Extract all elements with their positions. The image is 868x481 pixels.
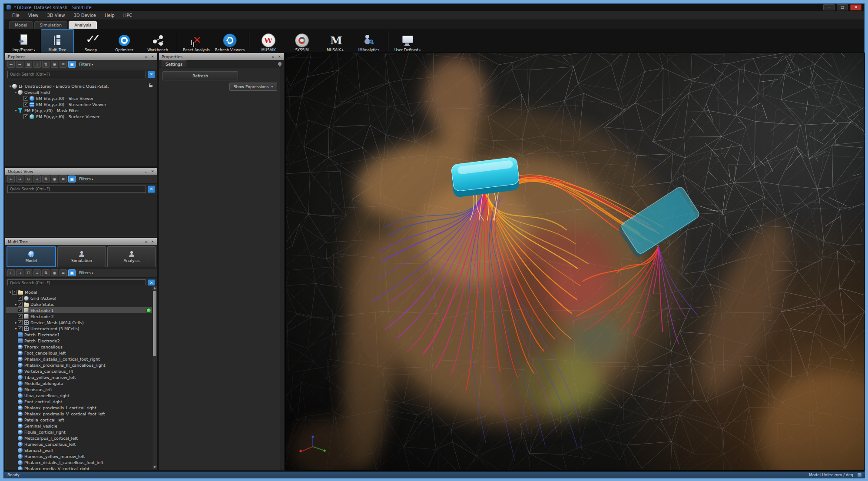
- tree-item-em-e-x-y-z-f0-streamline-viewer[interactable]: ✓EM E(x,y,z,f0) - Streamline Viewer: [6, 101, 157, 107]
- tree-item-foot-cortical-right[interactable]: Foot_cortical_right: [6, 398, 157, 405]
- tree-item-tibia-yellow-marrow-left[interactable]: Tibia_yellow_marrow_left: [6, 374, 157, 380]
- sync-icon[interactable]: ⇅: [42, 176, 50, 182]
- tree-item-model[interactable]: ▾✓Model: [6, 289, 157, 295]
- forward-icon[interactable]: →: [16, 269, 23, 276]
- sync-icon[interactable]: ⇅: [42, 269, 50, 276]
- multi-tree-tab-analysis[interactable]: Analysis: [107, 246, 156, 267]
- checkbox[interactable]: ✓: [18, 326, 23, 331]
- ribbon-multi-tree-button[interactable]: Multi Tree: [41, 29, 74, 53]
- tree-item-phalanx-proximalis-iii-cancellous-right[interactable]: Phalanx_proximalis_III_cancellous_right: [6, 362, 157, 368]
- tree-item-seminal-vesicle[interactable]: Seminal_vesicle: [6, 423, 157, 429]
- collapse-all-icon[interactable]: ⊟: [25, 176, 32, 182]
- tree-item-patella-cortical-left[interactable]: Patella_cortical_left: [6, 417, 157, 423]
- menu-help[interactable]: Help: [101, 12, 119, 19]
- visibility-icon[interactable]: ◉: [51, 269, 58, 276]
- refresh-button[interactable]: Refresh: [162, 71, 238, 80]
- multi-tree-tab-simulation[interactable]: Simulation: [57, 246, 106, 267]
- tree-item-medulla-oblongata[interactable]: Medulla_oblongata: [6, 380, 157, 386]
- tree-item-phalanx-distalis-i-cortical-foot-right[interactable]: Phalanx_distalis_I_cortical_foot_right: [6, 356, 157, 362]
- ribbon-reset-analysis-button[interactable]: Reset Analysis: [180, 29, 213, 53]
- ribbon-musaik-button[interactable]: MUSAIK+: [319, 29, 352, 53]
- explorer-search-clear-icon[interactable]: ✕: [148, 71, 155, 78]
- scroll-up-icon[interactable]: ▲: [152, 286, 157, 290]
- expander-icon[interactable]: ▾: [8, 84, 12, 88]
- list-view-icon[interactable]: ≡: [60, 269, 67, 276]
- close-button[interactable]: ✕: [850, 4, 861, 10]
- panel-float-icon[interactable]: ▫: [144, 240, 149, 244]
- panel-close-icon[interactable]: ✕: [150, 240, 155, 244]
- back-icon[interactable]: ←: [7, 61, 15, 68]
- explorer-search-input[interactable]: [7, 71, 146, 78]
- back-icon[interactable]: ←: [7, 269, 15, 276]
- minimize-button[interactable]: –: [823, 4, 835, 10]
- maximize-button[interactable]: □: [837, 4, 848, 10]
- tree-item-electrode-2[interactable]: ✓Electrode 2: [6, 313, 157, 319]
- visibility-icon[interactable]: ◉: [51, 176, 58, 182]
- ribbon-musaik-button[interactable]: MUSAIK: [252, 29, 285, 53]
- tab-simulation[interactable]: Simulation: [34, 21, 68, 29]
- tree-item-patch-electrode2[interactable]: Patch_Electrode2: [6, 338, 157, 344]
- tree-item-electrode-1[interactable]: ✓Electrode 1: [6, 307, 157, 313]
- show-expressions-button[interactable]: Show Expressions▾: [229, 83, 277, 91]
- menu-3d-view[interactable]: 3D View: [43, 12, 69, 19]
- forward-icon[interactable]: →: [16, 176, 23, 182]
- menu-hpc[interactable]: HPC: [119, 12, 136, 19]
- tree-item-overall-field[interactable]: ▾Overall Field: [6, 89, 157, 95]
- list-view-icon[interactable]: ≡: [60, 61, 67, 68]
- view-mode-icon[interactable]: ▣: [68, 269, 76, 276]
- ribbon-imanalytics-button[interactable]: IMAnalytics: [352, 29, 385, 53]
- menu-3d-device[interactable]: 3D Device: [70, 12, 99, 19]
- expand-down-icon[interactable]: ↓: [33, 176, 41, 182]
- panel-close-icon[interactable]: ✕: [150, 169, 155, 173]
- visibility-icon[interactable]: ◉: [51, 61, 58, 68]
- expander-icon[interactable]: ▾: [14, 327, 18, 331]
- ribbon-user-defined-button[interactable]: User Defined▾: [391, 29, 424, 53]
- expander-icon[interactable]: ▸: [14, 321, 18, 325]
- tree-item-stomach-wall[interactable]: Stomach_wall: [6, 447, 157, 453]
- scroll-down-icon[interactable]: ▼: [152, 465, 157, 469]
- ribbon-workbench-button[interactable]: Workbench: [141, 29, 174, 53]
- checkbox[interactable]: ✓: [18, 296, 23, 301]
- checkbox[interactable]: ✓: [18, 320, 23, 325]
- model-tree-scrollbar[interactable]: ▲ ▼: [152, 286, 157, 469]
- menu-file[interactable]: File: [8, 12, 23, 19]
- filters-dropdown[interactable]: Filters▾: [79, 62, 93, 66]
- tree-item-ulna-cancellous-right[interactable]: Ulna_cancellous_right: [6, 392, 157, 398]
- tree-item-phalanx-proximalis-v-cortical-foot-left[interactable]: Phalanx_proximalis_V_cortical_foot_left: [6, 411, 157, 417]
- output-view-search-clear-icon[interactable]: ✕: [148, 186, 155, 193]
- checkbox[interactable]: ✓: [18, 302, 23, 307]
- view-mode-icon[interactable]: ▣: [68, 61, 76, 68]
- panel-close-icon[interactable]: ✕: [277, 55, 282, 59]
- tree-item-duke-static[interactable]: ▸✓Duke Static: [6, 301, 157, 307]
- checkbox[interactable]: ✓: [23, 102, 28, 107]
- tree-item-device-mesh-4614-cells[interactable]: ▸✓Device_Mesh (4614 Cells): [6, 319, 157, 325]
- checkbox[interactable]: ✓: [18, 308, 23, 313]
- scroll-thumb[interactable]: [153, 291, 156, 356]
- tree-item-em-e-x-y-z-f0-surface-viewer[interactable]: ✓EM E(x,y,z,f0) - Surface Viewer: [6, 113, 157, 119]
- list-view-icon[interactable]: ≡: [60, 176, 67, 182]
- panel-close-icon[interactable]: ✕: [150, 55, 155, 59]
- ribbon-sweep-button[interactable]: Sweep: [74, 29, 107, 53]
- multi-tree-tab-model[interactable]: Model: [7, 246, 56, 267]
- filters-dropdown[interactable]: Filters▾: [79, 177, 93, 181]
- output-view-search-input[interactable]: [7, 186, 146, 193]
- tree-item-fibula-cortical-right[interactable]: Fibula_cortical_right: [6, 429, 157, 435]
- menu-view[interactable]: View: [24, 12, 43, 19]
- back-icon[interactable]: ←: [7, 176, 15, 182]
- checkbox[interactable]: ✓: [23, 96, 28, 101]
- tree-item-thorax-cancellous[interactable]: Thorax_cancellous: [6, 344, 157, 350]
- tree-item-lf-unstructured-electro-ohmic-quasi-stat[interactable]: ▾LF Unstructured - Electro Ohmic Quasi-S…: [6, 83, 157, 89]
- tree-item-phalanx-distalis-i-cancellous-foot-left[interactable]: Phalanx_distalis_I_cancellous_foot_left: [6, 459, 157, 465]
- ribbon-optimizer-button[interactable]: Optimizer: [108, 29, 141, 53]
- checkbox[interactable]: ✓: [23, 114, 28, 119]
- panel-float-icon[interactable]: ▫: [144, 169, 149, 173]
- collapse-all-icon[interactable]: ⊟: [25, 61, 32, 68]
- properties-scrollbar[interactable]: [280, 68, 284, 470]
- ribbon-refresh-viewers-button[interactable]: Refresh Viewers: [213, 29, 246, 53]
- tree-item-meniscus-left[interactable]: Meniscus_left: [6, 386, 157, 392]
- tab-analysis[interactable]: Analysis: [69, 21, 97, 29]
- view-mode-icon[interactable]: ▣: [68, 176, 76, 182]
- checkbox[interactable]: ✓: [12, 290, 17, 295]
- tree-item-foot-cancellous-left[interactable]: Foot_cancellous_left: [6, 350, 157, 356]
- expander-icon[interactable]: ▾: [14, 109, 18, 113]
